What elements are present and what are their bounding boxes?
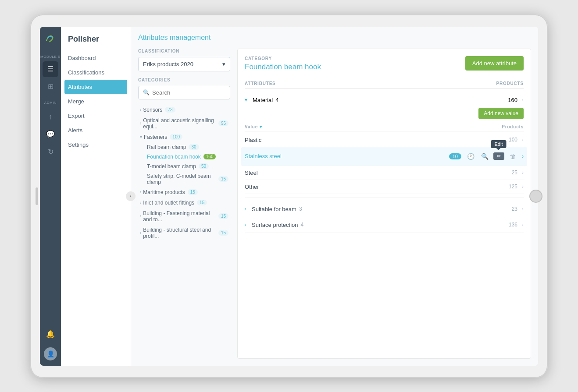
app-title: Polisher bbox=[61, 27, 131, 51]
cat-item-building---structural-steel-an[interactable]: ›Building - structural steel and profil.… bbox=[138, 225, 230, 241]
value-arrow-steel[interactable]: › bbox=[522, 170, 524, 176]
classification-dropdown[interactable]: Eriks products 2020 ▾ bbox=[138, 57, 230, 71]
cat-label: Building - Fastening material and to... bbox=[143, 210, 216, 222]
attributes-table-header: ATTRIBUTES PRODUCTS bbox=[245, 78, 524, 89]
cat-badge: 100 bbox=[170, 134, 182, 140]
value-count-steel: 25 bbox=[512, 170, 517, 176]
cat-item-optical-and-acoustic-signallin[interactable]: ›Optical and acoustic signalling equi...… bbox=[138, 115, 230, 132]
material-attr-count: 4 bbox=[275, 97, 278, 103]
categories-list: ›Sensors73›Optical and acoustic signalli… bbox=[138, 105, 230, 241]
cat-label: Building - structural steel and profil..… bbox=[143, 227, 216, 239]
cat-child-item-safety-strip--c-model-beam-cla[interactable]: Safety strip, C-model beam clamp15 bbox=[145, 171, 230, 187]
cat-child-item-rail-beam-clamp[interactable]: Rail beam clamp30 bbox=[145, 142, 230, 152]
search-value-button[interactable]: 🔍 bbox=[479, 151, 490, 162]
nav-icon-upload[interactable]: ↑ bbox=[43, 109, 58, 125]
cat-badge: 15 bbox=[197, 200, 207, 205]
cat-child-badge: 50 bbox=[199, 163, 209, 169]
material-expand-arrow[interactable]: › bbox=[522, 97, 524, 103]
material-collapse-icon[interactable]: ▾ bbox=[245, 97, 247, 103]
add-new-value-button[interactable]: Add new value bbox=[478, 108, 524, 119]
user-avatar[interactable]: 👤 bbox=[44, 347, 57, 360]
add-new-attribute-button[interactable]: Add new attribute bbox=[465, 56, 524, 71]
cat-child-label: T-model beam clamp bbox=[147, 163, 196, 170]
suitable-beam-attr-count: 3 bbox=[299, 206, 302, 212]
page-title: Attributes management bbox=[138, 34, 531, 42]
cat-item-maritime-products[interactable]: ›Maritime products15 bbox=[138, 187, 230, 198]
cat-child-item-foundation-beam-hook[interactable]: Foundation beam hook160 bbox=[145, 152, 230, 162]
cat-child-label: Rail beam clamp bbox=[147, 144, 186, 150]
attr-row-suitable-beam[interactable]: › Suitable for beam 3 23 › bbox=[245, 201, 524, 217]
modules-label: MODULE S bbox=[40, 55, 61, 59]
cat-child-label: Safety strip, C-model beam clamp bbox=[147, 173, 216, 185]
cat-badge: 15 bbox=[218, 230, 228, 236]
cat-label: Optical and acoustic signalling equi... bbox=[143, 117, 216, 130]
attributes-col-header: ATTRIBUTES bbox=[245, 81, 276, 86]
attr-row-surface-protection[interactable]: › Surface protection 4 136 › bbox=[245, 217, 524, 233]
value-row-other: Other 125 › bbox=[245, 180, 524, 194]
nav-item-dashboard[interactable]: Dashboard bbox=[61, 51, 131, 65]
category-label: CATEGORY bbox=[245, 56, 321, 61]
app-logo[interactable] bbox=[43, 32, 57, 46]
cat-child-label: Foundation beam hook bbox=[147, 154, 201, 160]
material-header-left: ▾ Material 4 bbox=[245, 97, 278, 103]
cat-label: Sensors bbox=[143, 107, 162, 113]
value-arrow-stainless[interactable]: › bbox=[522, 153, 524, 159]
nav-item-export[interactable]: Export bbox=[61, 109, 131, 123]
cat-item-building---fastening-material-[interactable]: ›Building - Fastening material and to...… bbox=[138, 208, 230, 225]
cat-item-inlet-and-outlet-fittings[interactable]: ›Inlet and outlet fittings15 bbox=[138, 198, 230, 208]
value-products-col-header: Products bbox=[502, 124, 524, 129]
nav-item-attributes[interactable]: Attributes bbox=[64, 80, 127, 94]
nav-item-classifications[interactable]: Classifications bbox=[61, 65, 131, 80]
nav-item-merge[interactable]: Merge bbox=[61, 94, 131, 109]
value-row-actions: 🕐 🔍 Edit ✏ 🗑 bbox=[465, 151, 518, 162]
nav-item-alerts[interactable]: Alerts bbox=[61, 123, 131, 138]
value-table-header: Value ▾ Products bbox=[245, 123, 524, 131]
surface-protection-attr-name: Surface protection bbox=[252, 222, 298, 228]
material-attribute-section: ▾ Material 4 160 › Add new value bbox=[245, 92, 524, 198]
material-products-count: 160 bbox=[508, 97, 517, 103]
value-arrow-other[interactable]: › bbox=[522, 184, 524, 190]
chevron-icon: ▾ bbox=[140, 134, 142, 139]
icon-sidebar: MODULE S ☰ ⊞ ADMIN ↑ 💬 ↻ 🔔 👤 bbox=[40, 27, 61, 366]
chevron-icon: › bbox=[140, 190, 141, 194]
chevron-down-icon: ▾ bbox=[222, 61, 225, 67]
delete-value-button[interactable]: 🗑 bbox=[507, 151, 518, 162]
collapse-sidebar-button[interactable]: ‹ bbox=[126, 191, 136, 201]
nav-icon-grid[interactable]: ⊞ bbox=[43, 79, 58, 95]
cat-item-sensors[interactable]: ›Sensors73 bbox=[138, 105, 230, 115]
cat-item-fasteners[interactable]: ▾Fasteners100 bbox=[138, 132, 230, 142]
chevron-icon: › bbox=[140, 121, 141, 126]
cat-child-item-t-model-beam-clamp[interactable]: T-model beam clamp50 bbox=[145, 162, 230, 171]
value-name-other: Other bbox=[245, 184, 259, 190]
value-count-stainless: 10 bbox=[449, 153, 461, 159]
cat-label: Inlet and outlet fittings bbox=[143, 200, 194, 206]
nav-item-settings[interactable]: Settings bbox=[61, 138, 131, 152]
cat-badge: 15 bbox=[188, 189, 198, 195]
category-search-box: 🔍 bbox=[138, 86, 230, 99]
suitable-beam-expand-icon: › bbox=[245, 206, 246, 212]
cat-sub-list: Rail beam clamp30Foundation beam hook160… bbox=[138, 142, 230, 187]
cat-label: Fasteners bbox=[144, 134, 167, 140]
nav-icon-list[interactable]: ☰ bbox=[43, 61, 58, 77]
categories-label: CATEGORIES bbox=[138, 78, 230, 82]
suitable-beam-arrow: › bbox=[522, 206, 524, 212]
value-name-stainless-steel: Stainless steel bbox=[245, 153, 282, 159]
chevron-icon: › bbox=[140, 200, 141, 205]
value-name-steel: Steel bbox=[245, 170, 258, 176]
nav-icon-sync[interactable]: ↻ bbox=[43, 144, 58, 160]
material-attr-name: Material bbox=[253, 97, 273, 103]
nav-icon-bell[interactable]: 🔔 bbox=[43, 326, 58, 342]
cat-badge: 73 bbox=[165, 107, 175, 113]
value-arrow-plastic[interactable]: › bbox=[522, 137, 524, 143]
category-search-input[interactable] bbox=[152, 89, 225, 96]
right-panel: CATEGORY Foundation beam hook Add new at… bbox=[237, 49, 531, 359]
products-col-header: PRODUCTS bbox=[496, 81, 524, 86]
edit-value-button[interactable]: Edit ✏ bbox=[493, 152, 504, 160]
cat-badge: 15 bbox=[218, 213, 228, 219]
value-count-other: 125 bbox=[509, 184, 517, 190]
nav-icon-chat[interactable]: 💬 bbox=[43, 127, 58, 142]
cat-label: Maritime products bbox=[143, 189, 185, 195]
category-name: Foundation beam hook bbox=[245, 63, 321, 71]
cat-child-badge: 30 bbox=[189, 144, 199, 150]
history-button[interactable]: 🕐 bbox=[465, 151, 476, 162]
